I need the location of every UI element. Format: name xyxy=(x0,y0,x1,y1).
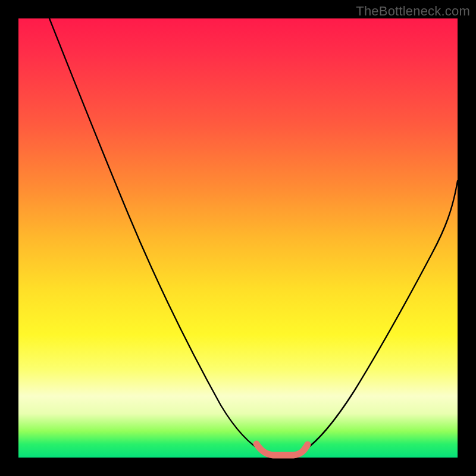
left-curve xyxy=(49,18,265,453)
curve-layer xyxy=(18,18,458,458)
right-curve xyxy=(300,181,458,453)
watermark-text: TheBottleneck.com xyxy=(356,4,470,19)
plot-area xyxy=(18,18,458,458)
trough-highlight xyxy=(256,444,308,455)
chart-frame: TheBottleneck.com xyxy=(0,0,476,476)
